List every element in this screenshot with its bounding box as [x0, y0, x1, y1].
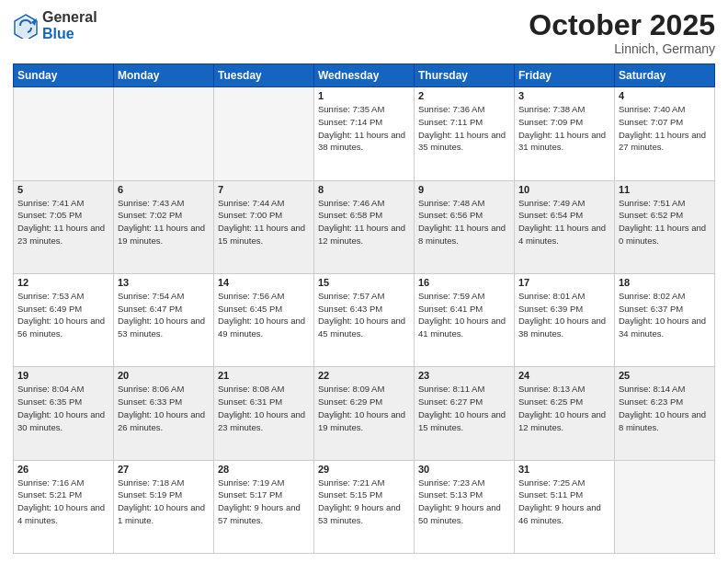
calendar-day-cell: 25Sunrise: 8:14 AM Sunset: 6:23 PM Dayli…	[615, 367, 715, 460]
day-info: Sunrise: 7:16 AM Sunset: 5:21 PM Dayligh…	[17, 477, 109, 527]
calendar-day-cell: 14Sunrise: 7:56 AM Sunset: 6:45 PM Dayli…	[214, 273, 314, 366]
day-number: 16	[418, 277, 510, 288]
day-info: Sunrise: 7:51 AM Sunset: 6:52 PM Dayligh…	[619, 197, 711, 247]
logo-icon	[13, 13, 39, 39]
calendar-day-cell: 31Sunrise: 7:25 AM Sunset: 5:11 PM Dayli…	[515, 460, 615, 553]
day-number: 26	[17, 464, 109, 475]
day-info: Sunrise: 7:40 AM Sunset: 7:07 PM Dayligh…	[619, 103, 711, 154]
day-number: 3	[518, 90, 610, 101]
day-info: Sunrise: 7:38 AM Sunset: 7:09 PM Dayligh…	[518, 103, 610, 154]
calendar-week-row: 26Sunrise: 7:16 AM Sunset: 5:21 PM Dayli…	[14, 460, 715, 553]
day-number: 24	[518, 370, 610, 381]
calendar-day-cell: 9Sunrise: 7:48 AM Sunset: 6:56 PM Daylig…	[415, 180, 515, 273]
calendar-day-cell	[214, 87, 314, 180]
day-info: Sunrise: 7:49 AM Sunset: 6:54 PM Dayligh…	[518, 197, 610, 247]
calendar-day-cell: 17Sunrise: 8:01 AM Sunset: 6:39 PM Dayli…	[515, 273, 615, 366]
calendar-week-row: 12Sunrise: 7:53 AM Sunset: 6:49 PM Dayli…	[14, 273, 715, 366]
day-number: 9	[418, 184, 510, 195]
day-info: Sunrise: 7:35 AM Sunset: 7:14 PM Dayligh…	[318, 103, 410, 154]
day-info: Sunrise: 8:13 AM Sunset: 6:25 PM Dayligh…	[518, 383, 610, 433]
day-number: 14	[218, 277, 310, 288]
header: General Blue October 2025 Linnich, Germa…	[13, 9, 715, 56]
day-info: Sunrise: 7:23 AM Sunset: 5:13 PM Dayligh…	[418, 477, 510, 527]
calendar-day-cell: 7Sunrise: 7:44 AM Sunset: 7:00 PM Daylig…	[214, 180, 314, 273]
day-info: Sunrise: 7:19 AM Sunset: 5:17 PM Dayligh…	[218, 477, 310, 527]
calendar-day-cell: 12Sunrise: 7:53 AM Sunset: 6:49 PM Dayli…	[14, 273, 114, 366]
day-of-week-header: Sunday	[14, 64, 114, 87]
day-number: 10	[518, 184, 610, 195]
calendar-day-cell: 8Sunrise: 7:46 AM Sunset: 6:58 PM Daylig…	[314, 180, 415, 273]
calendar-day-cell: 4Sunrise: 7:40 AM Sunset: 7:07 PM Daylig…	[615, 87, 715, 180]
calendar-day-cell: 26Sunrise: 7:16 AM Sunset: 5:21 PM Dayli…	[14, 460, 114, 553]
month-title: October 2025	[529, 9, 715, 41]
day-number: 7	[218, 184, 310, 195]
day-info: Sunrise: 8:04 AM Sunset: 6:35 PM Dayligh…	[17, 383, 109, 433]
day-info: Sunrise: 8:08 AM Sunset: 6:31 PM Dayligh…	[218, 383, 310, 433]
day-number: 23	[418, 370, 510, 381]
calendar-day-cell	[615, 460, 715, 553]
day-info: Sunrise: 7:48 AM Sunset: 6:56 PM Dayligh…	[418, 197, 510, 247]
day-info: Sunrise: 7:54 AM Sunset: 6:47 PM Dayligh…	[118, 290, 210, 340]
day-number: 13	[118, 277, 210, 288]
day-number: 5	[17, 184, 109, 195]
day-number: 12	[17, 277, 109, 288]
day-info: Sunrise: 7:18 AM Sunset: 5:19 PM Dayligh…	[118, 477, 210, 527]
day-number: 28	[218, 464, 310, 475]
calendar-day-cell: 18Sunrise: 8:02 AM Sunset: 6:37 PM Dayli…	[615, 273, 715, 366]
day-info: Sunrise: 8:09 AM Sunset: 6:29 PM Dayligh…	[318, 383, 410, 433]
calendar-day-cell: 28Sunrise: 7:19 AM Sunset: 5:17 PM Dayli…	[214, 460, 314, 553]
day-number: 31	[518, 464, 610, 475]
calendar-day-cell: 27Sunrise: 7:18 AM Sunset: 5:19 PM Dayli…	[114, 460, 214, 553]
day-of-week-header: Monday	[114, 64, 214, 87]
day-of-week-header: Wednesday	[314, 64, 415, 87]
day-info: Sunrise: 7:44 AM Sunset: 7:00 PM Dayligh…	[218, 197, 310, 247]
day-info: Sunrise: 7:46 AM Sunset: 6:58 PM Dayligh…	[318, 197, 410, 247]
calendar-day-cell: 22Sunrise: 8:09 AM Sunset: 6:29 PM Dayli…	[314, 367, 415, 460]
day-info: Sunrise: 7:43 AM Sunset: 7:02 PM Dayligh…	[118, 197, 210, 247]
calendar-day-cell: 10Sunrise: 7:49 AM Sunset: 6:54 PM Dayli…	[515, 180, 615, 273]
page-container: General Blue October 2025 Linnich, Germa…	[0, 0, 728, 563]
day-number: 21	[218, 370, 310, 381]
day-number: 25	[619, 370, 711, 381]
day-info: Sunrise: 8:11 AM Sunset: 6:27 PM Dayligh…	[418, 383, 510, 433]
calendar-day-cell: 29Sunrise: 7:21 AM Sunset: 5:15 PM Dayli…	[314, 460, 415, 553]
calendar-day-cell	[114, 87, 214, 180]
logo: General Blue	[13, 9, 97, 41]
day-number: 1	[318, 90, 410, 101]
day-number: 20	[118, 370, 210, 381]
calendar-header-row: SundayMondayTuesdayWednesdayThursdayFrid…	[14, 64, 715, 87]
calendar-day-cell: 13Sunrise: 7:54 AM Sunset: 6:47 PM Dayli…	[114, 273, 214, 366]
day-info: Sunrise: 7:25 AM Sunset: 5:11 PM Dayligh…	[518, 477, 610, 527]
day-info: Sunrise: 8:01 AM Sunset: 6:39 PM Dayligh…	[518, 290, 610, 340]
day-number: 18	[619, 277, 711, 288]
day-info: Sunrise: 7:21 AM Sunset: 5:15 PM Dayligh…	[318, 477, 410, 527]
day-number: 11	[619, 184, 711, 195]
day-info: Sunrise: 7:53 AM Sunset: 6:49 PM Dayligh…	[17, 290, 109, 340]
calendar-day-cell: 1Sunrise: 7:35 AM Sunset: 7:14 PM Daylig…	[314, 87, 415, 180]
day-info: Sunrise: 8:02 AM Sunset: 6:37 PM Dayligh…	[619, 290, 711, 340]
calendar-day-cell: 11Sunrise: 7:51 AM Sunset: 6:52 PM Dayli…	[615, 180, 715, 273]
day-info: Sunrise: 7:57 AM Sunset: 6:43 PM Dayligh…	[318, 290, 410, 340]
calendar-day-cell: 6Sunrise: 7:43 AM Sunset: 7:02 PM Daylig…	[114, 180, 214, 273]
day-number: 8	[318, 184, 410, 195]
calendar-day-cell	[14, 87, 114, 180]
day-number: 6	[118, 184, 210, 195]
calendar-week-row: 5Sunrise: 7:41 AM Sunset: 7:05 PM Daylig…	[14, 180, 715, 273]
day-of-week-header: Tuesday	[214, 64, 314, 87]
day-info: Sunrise: 8:14 AM Sunset: 6:23 PM Dayligh…	[619, 383, 711, 433]
day-info: Sunrise: 7:41 AM Sunset: 7:05 PM Dayligh…	[17, 197, 109, 247]
calendar-day-cell: 5Sunrise: 7:41 AM Sunset: 7:05 PM Daylig…	[14, 180, 114, 273]
calendar-day-cell: 24Sunrise: 8:13 AM Sunset: 6:25 PM Dayli…	[515, 367, 615, 460]
calendar-day-cell: 3Sunrise: 7:38 AM Sunset: 7:09 PM Daylig…	[515, 87, 615, 180]
calendar-day-cell: 2Sunrise: 7:36 AM Sunset: 7:11 PM Daylig…	[415, 87, 515, 180]
day-number: 22	[318, 370, 410, 381]
day-number: 4	[619, 90, 711, 101]
day-of-week-header: Saturday	[615, 64, 715, 87]
calendar-week-row: 1Sunrise: 7:35 AM Sunset: 7:14 PM Daylig…	[14, 87, 715, 180]
title-block: October 2025 Linnich, Germany	[529, 9, 715, 56]
day-number: 19	[17, 370, 109, 381]
logo-blue-text: Blue	[42, 26, 97, 42]
location: Linnich, Germany	[529, 41, 715, 56]
day-of-week-header: Thursday	[415, 64, 515, 87]
calendar-day-cell: 16Sunrise: 7:59 AM Sunset: 6:41 PM Dayli…	[415, 273, 515, 366]
